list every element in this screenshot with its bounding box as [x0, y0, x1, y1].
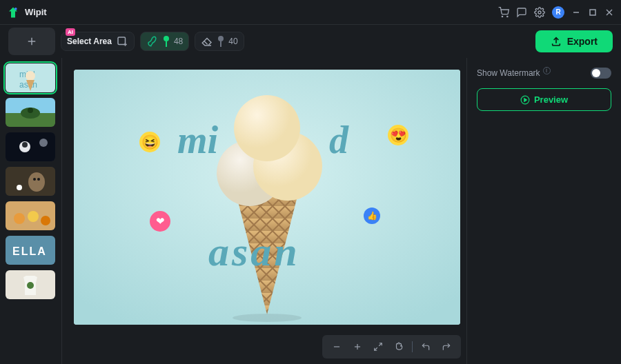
emoji-heart-icon: ❤ [150, 211, 170, 232]
eraser-indicator-icon [217, 35, 224, 48]
svg-point-30 [39, 139, 48, 147]
main-area: mi dasan ELLA [0, 58, 621, 364]
svg-point-0 [14, 7, 17, 10]
editor-canvas[interactable]: mi d asan 😆 😍 ❤ 👍 [74, 70, 460, 325]
marquee-icon [116, 35, 128, 48]
svg-point-26 [28, 108, 33, 113]
chat-icon[interactable] [516, 7, 527, 18]
info-icon[interactable]: i [543, 67, 551, 74]
svg-point-35 [37, 178, 40, 181]
preview-label: Preview [534, 94, 568, 105]
svg-point-15 [218, 36, 224, 41]
emoji-like-icon: 👍 [364, 208, 380, 224]
brush-icon [146, 35, 159, 48]
canvas-toolbar [322, 335, 461, 358]
ai-badge: AI [66, 28, 75, 36]
svg-point-53 [233, 314, 302, 322]
svg-line-58 [375, 347, 377, 350]
svg-point-38 [28, 211, 39, 222]
minimize-icon[interactable] [571, 8, 581, 17]
cart-icon[interactable] [498, 7, 509, 18]
thumb-astronaut[interactable] [6, 132, 55, 161]
maximize-icon[interactable] [588, 8, 598, 17]
svg-point-29 [22, 142, 28, 148]
app-logo-icon [7, 6, 19, 19]
svg-point-32 [17, 185, 22, 190]
eraser-tool[interactable]: 40 [195, 32, 244, 51]
export-icon [551, 36, 562, 47]
emoji-hearteyes-icon: 😍 [388, 125, 408, 145]
pan-button[interactable] [391, 339, 406, 354]
right-panel: Show Watermark i Preview [466, 58, 621, 364]
canvas-wrap: mi d asan 😆 😍 ❤ 👍 [68, 63, 466, 331]
canvas-text-top-right: d [329, 118, 348, 162]
emoji-xd-icon: 😆 [139, 132, 160, 152]
svg-rect-5 [590, 10, 595, 15]
watermark-toggle[interactable] [591, 68, 611, 79]
svg-point-33 [28, 172, 45, 192]
thumb-pastries[interactable] [6, 201, 55, 230]
svg-point-52 [234, 95, 300, 161]
thumb-ella[interactable]: ELLA [6, 236, 55, 265]
eraser-icon [201, 35, 213, 48]
add-image-button[interactable] [8, 28, 55, 55]
titlebar: Wipit R [0, 0, 621, 25]
thumb-icecream[interactable]: mi dasan [6, 63, 55, 92]
svg-line-57 [379, 343, 382, 346]
redo-button[interactable] [439, 339, 454, 354]
svg-point-37 [14, 213, 25, 224]
svg-text:ELLA: ELLA [12, 245, 47, 257]
canvas-area: mi d asan 😆 😍 ❤ 👍 [62, 58, 466, 364]
thumb-tshirt[interactable] [6, 270, 55, 299]
svg-point-3 [538, 11, 541, 14]
svg-point-39 [41, 216, 50, 225]
export-label: Export [567, 36, 598, 47]
select-area-tool[interactable]: AI Select Area [61, 32, 135, 51]
app-title: Wipit [25, 7, 47, 17]
svg-point-43 [27, 282, 34, 289]
zoom-out-button[interactable] [329, 339, 344, 354]
svg-point-1 [502, 16, 502, 17]
avatar[interactable]: R [552, 6, 564, 19]
svg-marker-60 [524, 98, 527, 101]
fit-screen-button[interactable] [371, 339, 386, 354]
brush-indicator-icon [163, 35, 170, 48]
svg-rect-10 [118, 37, 126, 45]
separator [412, 341, 413, 352]
undo-button[interactable] [418, 339, 433, 354]
brush-size-value: 48 [174, 37, 183, 46]
svg-point-21 [26, 71, 35, 81]
system-icons: R [498, 6, 614, 19]
eraser-size-value: 40 [228, 37, 237, 46]
watermark-row: Show Watermark i [477, 68, 611, 79]
toolbar: AI Select Area 48 40 Export [0, 25, 621, 58]
play-icon [520, 95, 530, 105]
export-button[interactable]: Export [535, 30, 613, 52]
close-icon[interactable] [604, 8, 614, 17]
svg-point-2 [507, 16, 508, 17]
canvas-text-top-left: mi [177, 118, 218, 162]
thumb-owl[interactable] [6, 167, 55, 196]
thumbnail-sidebar: mi dasan ELLA [0, 58, 62, 364]
gear-icon[interactable] [534, 7, 545, 18]
brush-tool[interactable]: 48 [140, 32, 189, 51]
canvas-text-bottom: asan [208, 228, 300, 276]
svg-point-13 [164, 36, 169, 41]
watermark-label: Show Watermark [477, 68, 540, 78]
zoom-in-button[interactable] [350, 339, 365, 354]
preview-button[interactable]: Preview [477, 88, 611, 111]
select-area-label: Select Area [67, 37, 112, 46]
thumb-landscape[interactable] [6, 98, 55, 127]
svg-point-34 [33, 178, 36, 181]
